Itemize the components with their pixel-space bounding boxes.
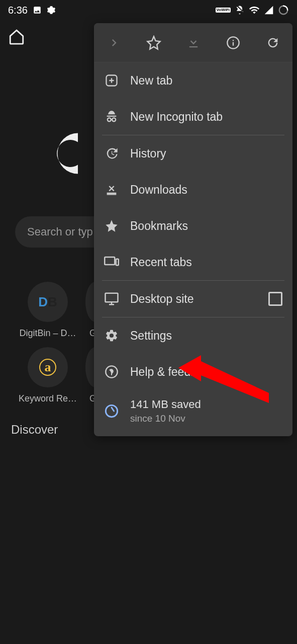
status-time: 6:36 xyxy=(8,5,28,16)
photo-icon xyxy=(33,6,42,15)
home-button[interactable] xyxy=(8,28,25,47)
menu-help[interactable]: Help & feedback xyxy=(94,354,292,390)
history-icon xyxy=(104,146,119,161)
menu-incognito[interactable]: New Incognito tab xyxy=(94,99,292,135)
svg-point-3 xyxy=(108,118,111,121)
menu-label: New Incognito tab xyxy=(130,110,223,124)
svg-point-4 xyxy=(112,118,116,121)
svg-rect-7 xyxy=(106,293,118,302)
menu-new-tab[interactable]: New tab xyxy=(94,62,292,99)
status-bar: 6:36 VoWiFi xyxy=(0,0,297,20)
data-saved-since: since 10 Nov xyxy=(130,413,201,424)
downloads-icon xyxy=(104,182,119,197)
help-icon xyxy=(104,364,119,379)
svg-rect-5 xyxy=(105,257,115,265)
bookmark-star-button[interactable] xyxy=(144,33,164,53)
menu-top-row xyxy=(94,23,292,62)
desktop-icon xyxy=(104,291,119,306)
menu-label: Downloads xyxy=(130,183,187,197)
overflow-menu: New tab New Incognito tab History Downlo… xyxy=(94,23,292,436)
shortcut-label: DigitBin – D… xyxy=(15,328,80,339)
loading-icon xyxy=(278,5,289,16)
settings-sync-icon xyxy=(47,6,56,15)
recent-tabs-icon xyxy=(104,255,119,270)
menu-label: Recent tabs xyxy=(130,256,192,269)
vowifi-icon: VoWiFi xyxy=(216,8,231,13)
gear-icon xyxy=(104,328,119,343)
discover-heading: Discover xyxy=(11,423,58,437)
info-button[interactable] xyxy=(223,33,243,53)
bookmarks-icon xyxy=(104,218,119,233)
signal-icon xyxy=(264,5,274,15)
download-button[interactable] xyxy=(183,33,204,53)
menu-desktop-site[interactable]: Desktop site xyxy=(94,281,292,317)
forward-button[interactable] xyxy=(104,33,124,53)
menu-recent-tabs[interactable]: Recent tabs xyxy=(94,244,292,280)
menu-downloads[interactable]: Downloads xyxy=(94,172,292,208)
menu-history[interactable]: History xyxy=(94,135,292,172)
data-saved-amount: 141 MB saved xyxy=(130,398,201,411)
data-saved-icon xyxy=(104,404,119,419)
desktop-site-checkbox[interactable] xyxy=(268,292,282,306)
shortcut-keyword[interactable]: a Keyword Re… xyxy=(15,347,80,404)
wifi-icon xyxy=(249,5,260,16)
menu-bookmarks[interactable]: Bookmarks xyxy=(94,208,292,244)
menu-label: Desktop site xyxy=(130,292,194,306)
menu-label: Bookmarks xyxy=(130,219,188,233)
menu-label: Settings xyxy=(130,329,172,343)
reload-button[interactable] xyxy=(263,33,283,53)
new-tab-icon xyxy=(104,73,119,88)
dnd-icon xyxy=(235,5,245,15)
menu-label: History xyxy=(130,147,166,160)
search-placeholder: Search or typ xyxy=(27,225,93,238)
menu-label: New tab xyxy=(130,74,172,88)
shortcut-digitbin[interactable]: DB DigitBin – D… xyxy=(15,282,80,339)
incognito-icon xyxy=(104,109,119,124)
svg-rect-6 xyxy=(116,259,119,266)
shortcut-label: Keyword Re… xyxy=(15,393,80,404)
menu-settings[interactable]: Settings xyxy=(94,317,292,354)
menu-data-saved[interactable]: 141 MB saved since 10 Nov xyxy=(94,390,292,436)
menu-label: Help & feedback xyxy=(130,365,215,379)
